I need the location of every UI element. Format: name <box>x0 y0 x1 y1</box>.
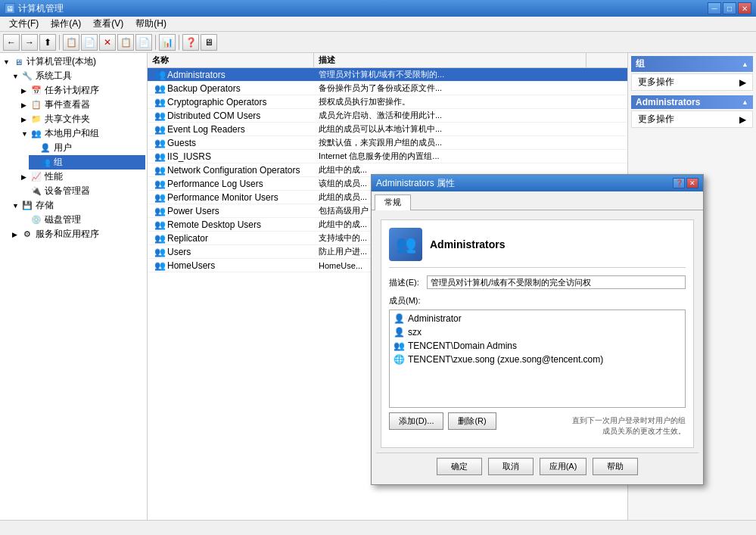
group-icon: 👥 <box>154 151 166 163</box>
panel-group-label: 组 <box>636 58 645 70</box>
device-mgr-icon: 🔌 <box>30 185 42 198</box>
menu-action[interactable]: 操作(A) <box>45 16 87 32</box>
members-note: 直到下一次用户登录时对用户的组成员关系的更改才生效。 <box>572 415 686 437</box>
member-name: TENCENT\zxue.song (zxue.song@tencent.com… <box>408 354 603 365</box>
groups-icon: 👥 <box>39 157 51 169</box>
apply-button[interactable]: 应用(A) <box>540 458 587 475</box>
sidebar-item-performance[interactable]: ▶ 📈 性能 <box>20 170 145 184</box>
panel-section-group: 组 ▲ 更多操作 ▶ <box>631 56 753 91</box>
event-viewer-icon: 📋 <box>30 99 42 111</box>
menu-help[interactable]: 帮助(H) <box>129 16 173 32</box>
list-row[interactable]: 👥 Guests 按默认值，来宾跟用户组的成员... <box>148 136 627 150</box>
toggle-root[interactable]: ▼ <box>3 58 12 66</box>
sidebar-item-users[interactable]: 👤 用户 <box>29 141 145 155</box>
toggle-storage[interactable]: ▼ <box>12 202 21 210</box>
close-button[interactable]: ✕ <box>738 2 751 14</box>
toggle-shared-folders[interactable]: ▶ <box>21 116 30 123</box>
local-users-icon: 👥 <box>30 128 42 140</box>
paste-button[interactable]: 📋 <box>117 34 134 51</box>
menu-view[interactable]: 查看(V) <box>87 16 129 32</box>
list-row[interactable]: 👥 Cryptographic Operators 授权成员执行加密操作。 <box>148 95 627 109</box>
storage-icon: 💾 <box>21 200 33 212</box>
remove-button[interactable]: 删除(R) <box>448 412 496 430</box>
ok-button[interactable]: 确定 <box>437 458 482 475</box>
delete-button[interactable]: ✕ <box>99 34 116 51</box>
row-name: Backup Operators <box>167 83 241 94</box>
member-item[interactable]: 👥 TENCENT\Domain Admins <box>391 339 683 353</box>
member-item[interactable]: 👤 Administrator <box>391 312 683 325</box>
toggle-event-viewer[interactable]: ▶ <box>21 101 30 109</box>
row-name: Remote Desktop Users <box>167 219 261 230</box>
dialog-icon-area: 👥 Administrators <box>389 228 686 268</box>
properties-button[interactable]: 📄 <box>135 34 152 51</box>
list-row[interactable]: 👥 Distributed COM Users 成员允许启动、激活和使用此计..… <box>148 109 627 123</box>
dialog-desc-input[interactable] <box>427 275 686 289</box>
list-row[interactable]: 👥 IIS_IUSRS Internet 信息服务使用的内置组... <box>148 150 627 163</box>
toggle-local-users[interactable]: ▼ <box>21 130 30 138</box>
sidebar-item-disk-mgr[interactable]: 💿 磁盘管理 <box>20 213 145 227</box>
member-item[interactable]: 👤 szx <box>391 325 683 339</box>
dialog-administrators: Administrators 属性 ❓ ✕ 常规 👥 Administrator… <box>371 174 704 485</box>
panel-toggle-group[interactable]: ▲ <box>742 61 748 68</box>
panel-action-more1[interactable]: 更多操作 ▶ <box>631 73 753 91</box>
dialog-close-button[interactable]: ✕ <box>686 178 698 188</box>
toggle-groups[interactable] <box>30 159 39 166</box>
help-button[interactable]: ❓ <box>182 34 199 51</box>
member-name: szx <box>408 327 422 337</box>
menu-file[interactable]: 文件(F) <box>3 16 45 32</box>
cancel-button[interactable]: 取消 <box>488 458 534 475</box>
help-button[interactable]: 帮助 <box>593 458 638 475</box>
group-icon: 👥 <box>154 178 166 190</box>
sidebar-item-root[interactable]: ▼ 🖥 计算机管理(本地) <box>2 54 145 69</box>
dialog-help-button[interactable]: ❓ <box>673 178 685 188</box>
sidebar-item-groups[interactable]: 👥 组 <box>29 155 145 170</box>
sidebar-item-task-sched[interactable]: ▶ 📅 任务计划程序 <box>20 83 145 98</box>
member-group-icon: 👥 <box>393 340 405 352</box>
sidebar-item-event-viewer[interactable]: ▶ 📋 事件查看器 <box>20 98 145 112</box>
sidebar-item-services[interactable]: ▶ ⚙ 服务和应用程序 <box>11 227 145 241</box>
dialog-tab-general[interactable]: 常规 <box>375 194 411 210</box>
add-button[interactable]: 添加(D)... <box>389 412 443 430</box>
row-desc: 授权成员执行加密操作。 <box>314 95 586 108</box>
toggle-disk-mgr[interactable] <box>21 216 30 224</box>
panel-title-group: 组 ▲ <box>631 56 753 72</box>
toolbar-sep2 <box>155 35 156 50</box>
toggle-task-sched[interactable]: ▶ <box>21 87 30 95</box>
toggle-services[interactable]: ▶ <box>12 231 21 238</box>
col-header-desc[interactable]: 描述 <box>314 53 586 67</box>
row-name: HomeUsers <box>167 260 215 271</box>
toggle-performance[interactable]: ▶ <box>21 173 30 181</box>
panel-toggle-admin[interactable]: ▲ <box>742 98 748 106</box>
back-button[interactable]: ← <box>3 34 20 51</box>
maximize-button[interactable]: □ <box>723 2 736 14</box>
panel-action-more2[interactable]: 更多操作 ▶ <box>631 110 753 128</box>
sidebar-item-shared-folders[interactable]: ▶ 📁 共享文件夹 <box>20 112 145 126</box>
minimize-button[interactable]: ─ <box>708 2 721 14</box>
member-item[interactable]: 🌐 TENCENT\zxue.song (zxue.song@tencent.c… <box>391 353 683 366</box>
arrow-right-icon: ▶ <box>739 114 746 125</box>
sidebar-item-sys-tools[interactable]: ▼ 🔧 系统工具 <box>11 69 145 83</box>
member-user-icon: 👤 <box>393 326 405 338</box>
list-row[interactable]: 👥 Administrators 管理员对计算机/域有不受限制的... <box>148 68 627 82</box>
sidebar-label-local-users: 本地用户和组 <box>45 127 99 140</box>
sidebar-label-storage: 存储 <box>36 199 54 212</box>
sidebar-item-device-mgr[interactable]: 🔌 设备管理器 <box>20 184 145 198</box>
list-row[interactable]: 👥 Backup Operators 备份操作员为了备份或还原文件... <box>148 82 627 95</box>
sidebar-label-sys-tools: 系统工具 <box>36 70 72 82</box>
console-button[interactable]: 📊 <box>159 34 176 51</box>
copy-button[interactable]: 📄 <box>81 34 98 51</box>
up-button[interactable]: ⬆ <box>39 34 56 51</box>
about-button[interactable]: 🖥 <box>201 34 217 51</box>
toggle-device-mgr[interactable] <box>21 188 30 195</box>
list-row[interactable]: 👥 Event Log Readers 此组的成员可以从本地计算机中... <box>148 123 627 136</box>
toggle-users[interactable] <box>30 145 39 152</box>
row-name: Cryptographic Operators <box>167 97 266 107</box>
show-hide-button[interactable]: 📋 <box>63 34 79 51</box>
forward-button[interactable]: → <box>21 34 38 51</box>
sidebar-item-storage[interactable]: ▼ 💾 存储 <box>11 198 145 213</box>
arrow-right-icon: ▶ <box>739 77 746 88</box>
group-icon: 👥 <box>154 246 166 258</box>
col-header-name[interactable]: 名称 <box>148 53 314 67</box>
sidebar-item-local-users[interactable]: ▼ 👥 本地用户和组 <box>20 126 145 141</box>
toggle-sys-tools[interactable]: ▼ <box>12 73 21 80</box>
